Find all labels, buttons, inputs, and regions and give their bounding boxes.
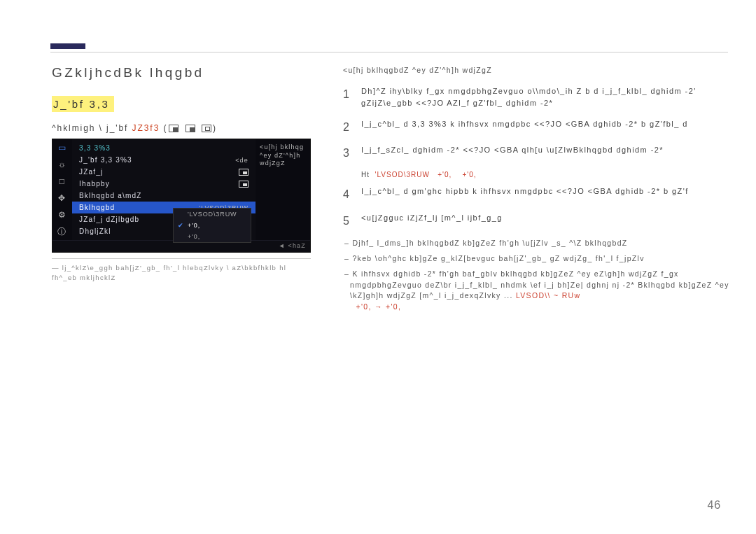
pip-icon — [169, 125, 178, 132]
display-icon[interactable]: ▭ — [56, 142, 69, 153]
bullet: – Djhf_ l_dms_]h bklhqgbdZ kb]gZeZ fh'gh… — [344, 238, 735, 249]
right-caption: <u[hj bklhqgbdZ ^ey dZ'^h]h wdjZgZ — [343, 65, 735, 76]
info-icon[interactable]: ⓘ — [56, 226, 69, 237]
bullet: – K ihfhsvx dghidb -2* fh'gh baf_gblv bk… — [344, 269, 735, 313]
osd-tab-icons: ▭ ☼ □ ✥ ⚙ ⓘ — [52, 139, 72, 240]
osd-caption: <u[hj bklhqg ^ey dZ'^h]h wdjZgZ — [255, 139, 310, 240]
subtitle: ^hklmigh \ j_'bf JZ3f3 ( ) — [52, 123, 325, 133]
step-row: 2 I_j_c^bl_ d 3,3 3%3 k ihfhsvx nmgdpbc … — [343, 118, 735, 136]
footnote: — lj_^klZ\e_ggh bah[jZ'_gb_ fh'_l hlebqZ… — [52, 263, 311, 283]
gear-icon[interactable]: ⚙ — [56, 209, 69, 220]
popup-row[interactable]: +'0, — [174, 231, 251, 242]
pip-icon — [186, 125, 195, 132]
osd-row[interactable]: 3,3 3%3 — [72, 142, 255, 154]
divider — [52, 258, 311, 259]
step-row: 5 <u[jZgguc iZjZf_lj [m^_l ijbf_g_g — [343, 212, 735, 230]
move-icon[interactable]: ✥ — [56, 192, 69, 204]
osd-row[interactable]: J_'bf 3,3 3%3<de — [72, 154, 255, 166]
header-divider — [50, 52, 728, 52]
pip-icon — [202, 125, 211, 132]
osd-row[interactable]: JZaf_j — [72, 166, 255, 178]
step-row: 1 Dh]^Z ihy\blky f_gx nmgdpbhgZevguo o\\… — [343, 85, 735, 110]
pip-icon — [239, 181, 248, 188]
bullets: – Djhf_ l_dms_]h bklhqgbdZ kb]gZeZ fh'gh… — [343, 238, 735, 313]
left-column: GZkljhcdBk lhqgbd J_'bf 3,3 ^hklmigh \ j… — [52, 65, 325, 283]
bullet: – ?keb \oh^ghc kb]gZe g_klZ[bevguc bah[j… — [344, 253, 735, 265]
popup-row[interactable]: 'LVSOD\3RUW — [174, 209, 251, 220]
osd-row[interactable]: Ihabpby — [72, 178, 255, 190]
right-column: <u[hj bklhqgbdZ ^ey dZ'^h]h wdjZgZ 1 Dh]… — [343, 65, 735, 317]
page-number: 46 — [708, 499, 721, 512]
pip-icon — [239, 169, 248, 176]
osd-panel: ▭ ☼ □ ✥ ⚙ ⓘ 3,3 3%3 J_'bf 3,3 3%3<de JZa… — [52, 139, 311, 253]
letter-icon[interactable]: □ — [56, 176, 69, 187]
caption-row: Ht 'LVSOD\3RUW +'0, +'0, — [361, 171, 735, 178]
section-title: GZkljhcdBk lhqgbd — [52, 65, 325, 80]
popup-row[interactable]: ✔+'0, — [174, 220, 251, 231]
mode-title: J_'bf 3,3 — [52, 96, 325, 123]
accent-bar — [50, 43, 85, 49]
osd-row[interactable]: Bklhqgbd a\mdZ — [72, 190, 255, 202]
osd-popup: 'LVSOD\3RUW ✔+'0, +'0, — [173, 208, 251, 243]
step-row: 4 I_j_c^bl_ d gm'ghc hipbb k ihfhsvx nmg… — [343, 185, 735, 204]
step-row: 3 I_j_f_sZcl_ dghidm -2* <<?JO <GBA qlh[… — [343, 144, 735, 162]
sun-icon[interactable]: ☼ — [56, 159, 69, 170]
